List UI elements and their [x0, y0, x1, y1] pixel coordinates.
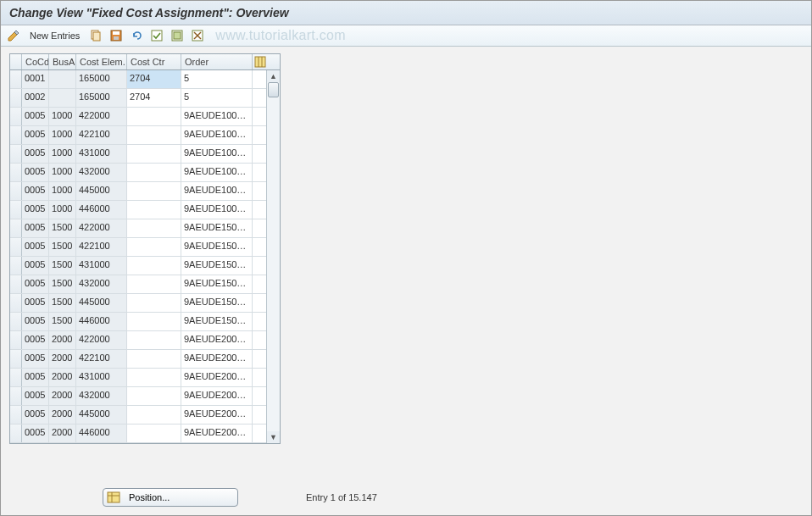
cell-cost-elem[interactable]: 446000	[76, 424, 127, 442]
cell-cost-elem[interactable]: 431000	[76, 145, 127, 163]
cell-busa[interactable]: 1000	[49, 126, 76, 144]
cell-order[interactable]: 9AEUDE200…	[181, 406, 253, 424]
cell-cocd[interactable]: 0005	[22, 145, 49, 163]
cell-order[interactable]: 9AEUDE150…	[181, 257, 253, 275]
cell-cost-elem[interactable]: 445000	[76, 294, 127, 312]
cell-cost-elem[interactable]: 431000	[76, 257, 127, 275]
cell-cocd[interactable]: 0005	[22, 350, 49, 368]
undo-icon[interactable]	[129, 28, 144, 43]
cell-cocd[interactable]: 0005	[22, 238, 49, 256]
cell-cost-elem[interactable]: 446000	[76, 201, 127, 219]
cell-cost-ctr[interactable]	[127, 108, 181, 125]
cell-order[interactable]: 9AEUDE100…	[181, 126, 253, 144]
cell-cost-elem[interactable]: 445000	[76, 406, 127, 424]
row-marker[interactable]	[10, 201, 22, 219]
vertical-scrollbar[interactable]: ▲ ▼	[266, 70, 280, 443]
cell-cocd[interactable]: 0001	[22, 70, 49, 88]
cell-cost-ctr[interactable]	[127, 238, 181, 256]
cell-cocd[interactable]: 0005	[22, 108, 49, 125]
header-rowmarker[interactable]	[10, 54, 22, 69]
cell-cost-ctr[interactable]	[127, 424, 181, 442]
cell-cost-elem[interactable]: 422000	[76, 331, 127, 349]
cell-cocd[interactable]: 0005	[22, 219, 49, 237]
cell-cocd[interactable]: 0002	[22, 89, 49, 107]
row-marker[interactable]	[10, 238, 22, 256]
row-marker[interactable]	[10, 387, 22, 405]
cell-cost-ctr[interactable]: 2704	[127, 70, 181, 88]
new-entries-button[interactable]: New Entries	[26, 31, 83, 41]
cell-cost-elem[interactable]: 432000	[76, 164, 127, 181]
cell-cost-ctr[interactable]	[127, 387, 181, 405]
cell-order[interactable]: 9AEUDE200…	[181, 387, 253, 405]
cell-busa[interactable]: 2000	[49, 387, 76, 405]
cell-cost-elem[interactable]: 422100	[76, 126, 127, 144]
row-marker[interactable]	[10, 126, 22, 144]
header-cocd[interactable]: CoCd	[22, 54, 49, 69]
cell-cost-elem[interactable]: 445000	[76, 182, 127, 200]
row-marker[interactable]	[10, 424, 22, 442]
cell-cocd[interactable]: 0005	[22, 126, 49, 144]
cell-order[interactable]: 9AEUDE100…	[181, 164, 253, 181]
cell-cost-ctr[interactable]	[127, 294, 181, 312]
cell-cocd[interactable]: 0005	[22, 313, 49, 330]
cell-busa[interactable]: 1000	[49, 164, 76, 181]
cell-busa[interactable]: 1500	[49, 275, 76, 293]
deselect-all-icon[interactable]	[190, 28, 205, 43]
cell-cost-ctr[interactable]	[127, 182, 181, 200]
cell-busa[interactable]: 2000	[49, 331, 76, 349]
cell-cost-ctr[interactable]	[127, 201, 181, 219]
cell-busa[interactable]: 1000	[49, 201, 76, 219]
cell-cost-elem[interactable]: 422000	[76, 219, 127, 237]
cell-cost-elem[interactable]: 422100	[76, 350, 127, 368]
cell-order[interactable]: 9AEUDE200…	[181, 350, 253, 368]
cell-cost-ctr[interactable]	[127, 331, 181, 349]
cell-cost-ctr[interactable]	[127, 257, 181, 275]
row-marker[interactable]	[10, 219, 22, 237]
cell-cost-elem[interactable]: 165000	[76, 89, 127, 107]
row-marker[interactable]	[10, 182, 22, 200]
save-variant-icon[interactable]	[108, 28, 124, 43]
cell-cost-ctr[interactable]	[127, 313, 181, 330]
cell-cost-ctr[interactable]	[127, 406, 181, 424]
position-button[interactable]: Position...	[103, 488, 238, 507]
select-block-icon[interactable]	[170, 28, 185, 43]
cell-order[interactable]: 9AEUDE100…	[181, 108, 253, 125]
cell-busa[interactable]: 1500	[49, 257, 76, 275]
cell-busa[interactable]: 1000	[49, 108, 76, 125]
cell-busa[interactable]: 1000	[49, 182, 76, 200]
cell-busa[interactable]: 1500	[49, 238, 76, 256]
cell-cost-ctr[interactable]	[127, 219, 181, 237]
cell-cost-elem[interactable]: 431000	[76, 369, 127, 386]
header-busa[interactable]: BusA	[49, 54, 76, 69]
cell-cocd[interactable]: 0005	[22, 201, 49, 219]
row-marker[interactable]	[10, 294, 22, 312]
header-order[interactable]: Order	[181, 54, 253, 69]
cell-cocd[interactable]: 0005	[22, 257, 49, 275]
cell-busa[interactable]: 1500	[49, 219, 76, 237]
scroll-thumb[interactable]	[268, 82, 279, 97]
cell-order[interactable]: 9AEUDE100…	[181, 182, 253, 200]
row-marker[interactable]	[10, 89, 22, 107]
cell-busa[interactable]: 2000	[49, 406, 76, 424]
cell-busa[interactable]: 2000	[49, 424, 76, 442]
cell-cost-ctr[interactable]	[127, 145, 181, 163]
change-display-icon[interactable]	[6, 28, 21, 43]
cell-cost-ctr[interactable]	[127, 126, 181, 144]
row-marker[interactable]	[10, 164, 22, 181]
cell-order[interactable]: 9AEUDE150…	[181, 238, 253, 256]
cell-cost-elem[interactable]: 165000	[76, 70, 127, 88]
row-marker[interactable]	[10, 369, 22, 386]
cell-cocd[interactable]: 0005	[22, 294, 49, 312]
cell-busa[interactable]: 1500	[49, 313, 76, 330]
cell-cocd[interactable]: 0005	[22, 406, 49, 424]
row-marker[interactable]	[10, 406, 22, 424]
cell-cost-elem[interactable]: 432000	[76, 275, 127, 293]
row-marker[interactable]	[10, 257, 22, 275]
cell-busa[interactable]: 1500	[49, 294, 76, 312]
cell-order[interactable]: 9AEUDE100…	[181, 145, 253, 163]
header-cost-ctr[interactable]: Cost Ctr	[127, 54, 181, 69]
cell-order[interactable]: 9AEUDE200…	[181, 331, 253, 349]
cell-busa[interactable]: 2000	[49, 350, 76, 368]
scroll-down-icon[interactable]: ▼	[268, 431, 280, 443]
cell-order[interactable]: 9AEUDE150…	[181, 219, 253, 237]
